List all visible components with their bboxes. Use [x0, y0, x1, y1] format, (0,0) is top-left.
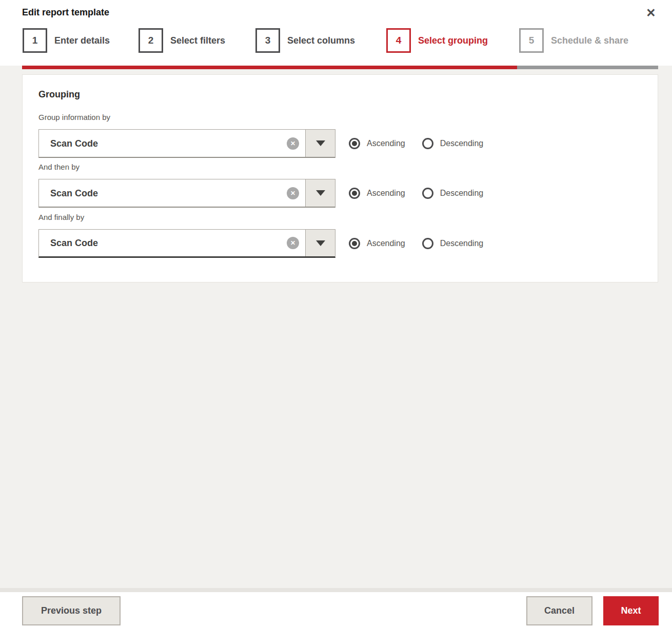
descending-radio[interactable]: Descending — [422, 188, 484, 199]
group-by-dropdown-3[interactable]: Scan Code ✕ — [38, 229, 335, 258]
dropdown-arrow-button[interactable] — [305, 179, 335, 207]
next-button[interactable]: Next — [603, 596, 659, 625]
clear-selection-icon[interactable]: ✕ — [287, 237, 299, 249]
dialog-footer: Previous step Cancel Next — [0, 592, 672, 628]
radio-circle-icon — [422, 138, 433, 149]
group-row-1: Group information by Scan Code ✕ Ascendi… — [38, 113, 644, 158]
step-label: Select filters — [170, 35, 225, 46]
chevron-down-icon — [316, 240, 325, 246]
dropdown-selected-value: Scan Code — [50, 188, 98, 198]
ascending-radio[interactable]: Ascending — [349, 188, 405, 199]
dialog-title: Edit report template — [22, 7, 109, 18]
step-label: Schedule & share — [551, 35, 628, 46]
step-5-schedule-share: 5 Schedule & share — [519, 28, 628, 53]
step-2-select-filters[interactable]: 2 Select filters — [139, 28, 225, 53]
step-label: Select columns — [287, 35, 355, 46]
dropdown-selected-value: Scan Code — [50, 138, 98, 149]
step-number-box: 1 — [23, 28, 47, 53]
descending-radio[interactable]: Descending — [422, 238, 484, 249]
sort-direction-group-1: Ascending Descending — [349, 138, 483, 149]
dropdown-arrow-button[interactable] — [305, 230, 335, 256]
group-by-dropdown-2[interactable]: Scan Code ✕ — [38, 179, 335, 208]
step-label: Enter details — [54, 35, 110, 46]
radio-circle-icon — [422, 188, 433, 199]
step-label: Select grouping — [418, 35, 488, 46]
radio-circle-icon — [349, 188, 360, 199]
step-4-select-grouping[interactable]: 4 Select grouping — [386, 28, 488, 53]
group-row-2: And then by Scan Code ✕ Ascending Descen… — [38, 163, 644, 208]
grouping-panel: Grouping Group information by Scan Code … — [22, 74, 658, 282]
wizard-progress-fill — [22, 66, 517, 69]
group-row-3: And finally by Scan Code ✕ Ascending Des… — [38, 213, 644, 258]
footer-divider — [0, 588, 672, 592]
ascending-radio[interactable]: Ascending — [349, 138, 405, 149]
dropdown-arrow-button[interactable] — [305, 130, 335, 157]
radio-circle-icon — [422, 238, 433, 249]
ascending-radio[interactable]: Ascending — [349, 238, 405, 249]
clear-selection-icon[interactable]: ✕ — [287, 187, 299, 199]
step-number-box: 2 — [139, 28, 163, 53]
close-icon[interactable]: ✕ — [642, 4, 660, 22]
sort-direction-group-3: Ascending Descending — [349, 238, 483, 249]
group-by-dropdown-1[interactable]: Scan Code ✕ — [38, 129, 335, 158]
step-1-enter-details[interactable]: 1 Enter details — [23, 28, 110, 53]
dropdown-selected-value: Scan Code — [50, 238, 98, 249]
radio-circle-icon — [349, 238, 360, 249]
grouping-heading: Grouping — [38, 89, 80, 100]
cancel-button[interactable]: Cancel — [526, 596, 592, 625]
step-3-select-columns[interactable]: 3 Select columns — [255, 28, 355, 53]
sort-direction-group-2: Ascending Descending — [349, 188, 483, 199]
radio-circle-icon — [349, 138, 360, 149]
group-by-label: And then by — [38, 163, 644, 171]
step-number-box: 4 — [386, 28, 411, 53]
chevron-down-icon — [316, 190, 325, 196]
dialog-header: Edit report template ✕ 1 Enter details 2… — [0, 0, 672, 66]
chevron-down-icon — [316, 140, 325, 146]
previous-step-button[interactable]: Previous step — [22, 596, 121, 625]
step-number-box: 3 — [255, 28, 280, 53]
clear-selection-icon[interactable]: ✕ — [287, 137, 299, 150]
step-number-box: 5 — [519, 28, 544, 53]
wizard-progress-track — [22, 66, 658, 69]
group-by-label: Group information by — [38, 113, 644, 121]
descending-radio[interactable]: Descending — [422, 138, 484, 149]
group-by-label: And finally by — [38, 213, 644, 221]
